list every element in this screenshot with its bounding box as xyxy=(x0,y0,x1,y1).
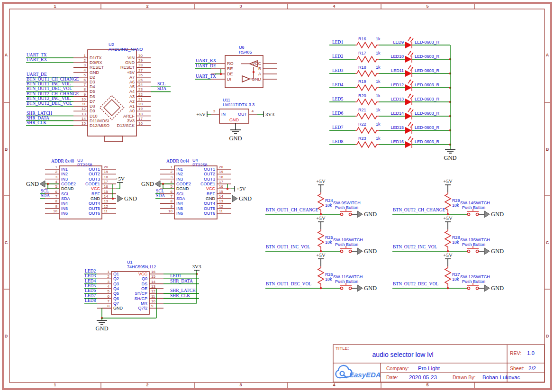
resistor-refdes: R25 xyxy=(325,235,333,240)
ic-name: ARDUINO_NANO xyxy=(109,47,143,52)
drawn-by-value: Boban Lukovac xyxy=(482,374,520,380)
pin-name: Q4 xyxy=(113,286,119,291)
net-label: LED1 xyxy=(332,40,343,45)
power-label: +5V xyxy=(115,176,125,182)
led-part-name: LED-0603_R xyxy=(415,82,440,87)
pin-number: 3 xyxy=(55,175,58,179)
column-label: 1 xyxy=(54,383,56,387)
switch-subtitle: Push Button xyxy=(462,279,485,284)
switch-name: SWITCH xyxy=(344,201,361,205)
switch-subtitle: Push Button xyxy=(335,205,358,210)
pin-name: IN3 xyxy=(176,177,183,182)
pin-number: 20 xyxy=(104,165,108,169)
ground-label: GND xyxy=(444,155,456,161)
pin-number: 4 xyxy=(84,68,86,73)
power-label: +5V xyxy=(443,215,453,221)
net-label: BTN_OUT2_CH_CHANGE xyxy=(27,91,79,96)
resistor-refdes: R24 xyxy=(325,198,333,203)
led-refdes: LED9 xyxy=(393,40,404,45)
button-circuit: +5VR2910kSW-14SWITCHPush ButtonBTN_OUT2_… xyxy=(392,178,504,218)
ground-flag-icon xyxy=(357,285,363,292)
pin-name: SCL xyxy=(176,191,185,196)
pin-name: D13/SCK xyxy=(117,123,135,128)
power-label: 3V3 xyxy=(265,111,274,117)
pin-name: CODE2 xyxy=(176,182,191,186)
ground-flag-icon xyxy=(484,248,490,255)
ic-u4: U4PT2258ADDR 0x441IN12IN23IN34CODE25DGND… xyxy=(141,158,252,219)
pin-name: D9 xyxy=(90,109,95,113)
led-row: LED7R221kLED15LED-0603_R xyxy=(329,122,451,134)
column-label: 2 xyxy=(146,4,148,9)
net-label: UART_DE xyxy=(196,64,216,68)
pin-name: OUT5 xyxy=(89,206,100,211)
led-symbol xyxy=(405,56,412,63)
net-label: BTN_OUT1_CH_CHANGE xyxy=(27,77,79,82)
ground-label: GND xyxy=(491,248,504,255)
pin-name: OUT2 xyxy=(89,172,100,176)
net-label: SHR_DATA xyxy=(27,116,49,120)
pin-name: A7 xyxy=(129,75,135,80)
led-refdes: LED15 xyxy=(391,125,404,130)
switch-label: SW-12SWITCH xyxy=(460,274,490,279)
ground-label: GND xyxy=(364,285,377,292)
pin-name: VIN xyxy=(127,55,135,60)
led-symbol xyxy=(405,84,412,91)
net-label: LED5 xyxy=(85,283,96,288)
net-label: UART_RX xyxy=(27,57,47,62)
net-label: SDA xyxy=(157,86,166,91)
ic-u1: U174HC595N,1121Q1LED22Q2LED33Q3LED44Q4LE… xyxy=(84,260,201,332)
ground-flag-icon xyxy=(357,248,363,255)
resistor-refdes: R17 xyxy=(358,51,366,55)
resistor-value: 1k xyxy=(376,108,381,112)
rev-label: REV: xyxy=(510,350,521,356)
led-refdes: LED14 xyxy=(391,111,404,116)
pin-name: VCC xyxy=(138,272,148,276)
pin-number: 15 xyxy=(219,190,223,194)
ic-addr-note: ADDR 0x40 xyxy=(51,159,74,164)
led-row: LED6R211kLED14LED-0603_R xyxy=(329,108,451,119)
pin-number: 18 xyxy=(104,175,108,179)
button-circuit: +5VR2610kSW-11SWITCHPush ButtonBTN_OUT1_… xyxy=(265,252,377,292)
switch-contact xyxy=(476,287,478,289)
column-label: 1 xyxy=(54,4,56,9)
pin-number: 20 xyxy=(219,165,223,169)
net-label: LED3 xyxy=(85,273,96,278)
ground-flag-icon xyxy=(118,195,123,202)
pin-name: GND xyxy=(113,306,123,310)
ground-flag-icon xyxy=(484,211,490,218)
junction-dot xyxy=(220,73,222,75)
switch-name: SWITCH xyxy=(473,201,490,205)
switch-refdes: SW-10 xyxy=(333,237,346,242)
column-label: 4 xyxy=(333,4,335,9)
led-array: LED1R161kLED9LED-0603_RLED2R171kLED10LED… xyxy=(329,36,457,161)
pin-name: IN5 xyxy=(61,206,68,211)
ground-label: GND xyxy=(491,211,504,218)
pin-name: DGND xyxy=(61,186,74,191)
pin-number: 7 xyxy=(171,194,173,199)
led-row: LED4R191kLED12LED-0603_R xyxy=(329,79,451,91)
pin-name: OUT3 xyxy=(204,177,215,182)
pin-name: OUT4 xyxy=(89,201,100,206)
pin-number: 12 xyxy=(151,289,155,293)
pin-number: 10 xyxy=(151,299,155,303)
pin-number: 13 xyxy=(82,112,86,116)
pin-name: D8 xyxy=(90,104,95,109)
button-circuit: +5VR2710kSW-12SWITCHPush ButtonBTN_OUT2_… xyxy=(392,252,504,292)
junction-dot xyxy=(253,71,254,73)
switch-contact xyxy=(340,213,343,215)
drawn-by-label: Drawn By: xyxy=(453,374,475,380)
junction-dot xyxy=(320,287,322,289)
pin-name: OE xyxy=(141,286,147,291)
switch-label: SW-14SWITCH xyxy=(460,201,490,205)
ic-addr-note: ADDR 0x44 xyxy=(166,159,190,164)
pin-name: RO xyxy=(227,61,234,66)
pin-number: 17 xyxy=(138,117,143,121)
pin-name: SCL xyxy=(61,191,70,196)
ground-label: GND xyxy=(364,211,377,218)
resistor-refdes: R29 xyxy=(452,198,460,203)
pin-name: GND xyxy=(206,196,216,201)
pin-name: OUT3 xyxy=(89,177,100,182)
pin-name: IN1 xyxy=(61,167,68,172)
pin-name: A5 xyxy=(129,84,135,89)
switch-name: SWITCH xyxy=(473,237,490,242)
